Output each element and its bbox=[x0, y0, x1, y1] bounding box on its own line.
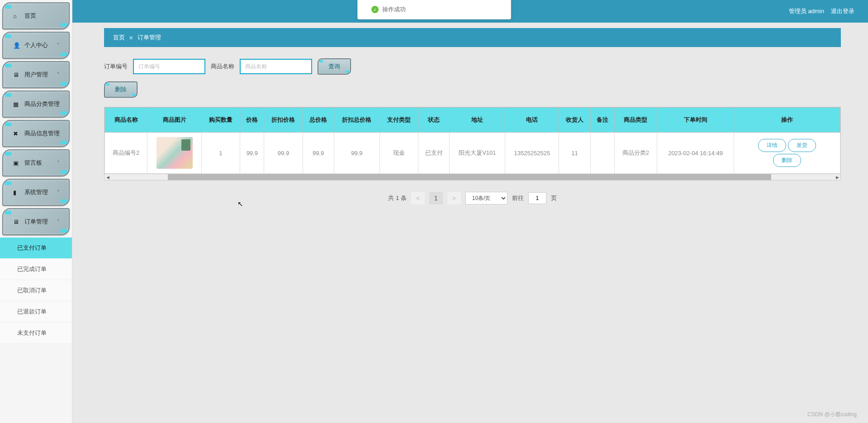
scroll-left-arrow[interactable]: ◀ bbox=[104, 174, 111, 181]
table-row: 商品编号2199.999.999.999.9现金已支付阳光大厦V10113525… bbox=[105, 133, 840, 174]
chevron-down-icon: ˅ bbox=[57, 72, 60, 78]
table-header: 状态 bbox=[418, 108, 450, 133]
nav-icon: ▮ bbox=[13, 189, 21, 196]
subnav-item-1[interactable]: 已完成订单 bbox=[0, 259, 72, 280]
nav-icon: 🖥 bbox=[13, 219, 21, 225]
table-cell: 已支付 bbox=[418, 133, 450, 174]
nav-label: 订单管理 bbox=[24, 218, 48, 226]
table-cell: 商品编号2 bbox=[105, 133, 147, 174]
order-no-input[interactable] bbox=[133, 59, 205, 74]
check-icon: ✓ bbox=[371, 6, 379, 13]
table-header: 收货人 bbox=[559, 108, 590, 133]
watermark: CSDN @小蔡coding bbox=[807, 411, 857, 418]
table-header: 支付类型 bbox=[380, 108, 418, 133]
success-toast: ✓ 操作成功 bbox=[357, 0, 511, 19]
breadcrumb: 首页 ≡ 订单管理 bbox=[104, 28, 841, 47]
orders-table: 商品名称商品图片购买数量价格折扣价格总价格折扣总价格支付类型状态地址电话收货人备… bbox=[104, 107, 840, 174]
table-header: 总价格 bbox=[303, 108, 334, 133]
table-cell: 99.9 bbox=[264, 133, 303, 174]
main-content: 首页 ≡ 订单管理 订单编号 商品名称 查询 删除 商品名称商品图片购买数量价格… bbox=[72, 23, 868, 423]
chevron-down-icon: ˅ bbox=[57, 131, 60, 137]
nav-icon: ▦ bbox=[13, 101, 21, 108]
table-cell: 13525252525 bbox=[505, 133, 559, 174]
table-cell bbox=[147, 133, 202, 174]
breadcrumb-sep: ≡ bbox=[129, 34, 133, 41]
ship-button[interactable]: 发货 bbox=[788, 139, 816, 152]
chevron-up-icon: ˄ bbox=[57, 219, 60, 225]
scroll-right-arrow[interactable]: ▶ bbox=[834, 174, 840, 181]
page-size-select[interactable]: 10条/页 bbox=[465, 192, 508, 204]
table-header: 备注 bbox=[590, 108, 614, 133]
nav-label: 商品信息管理 bbox=[24, 129, 60, 138]
scroll-thumb[interactable] bbox=[168, 174, 771, 180]
total-text: 共 1 条 bbox=[388, 194, 406, 202]
horizontal-scrollbar[interactable]: ◀ ▶ bbox=[104, 174, 840, 180]
chevron-down-icon: ˅ bbox=[57, 190, 60, 195]
table-cell: 详情发货删除 bbox=[734, 133, 840, 174]
sidebar-item-0[interactable]: ⌂首页 bbox=[2, 2, 70, 29]
order-no-label: 订单编号 bbox=[104, 62, 128, 71]
product-image bbox=[157, 137, 193, 169]
next-page-button[interactable]: > bbox=[447, 192, 461, 204]
nav-icon: 👤 bbox=[13, 42, 21, 49]
nav-icon: ▣ bbox=[13, 160, 21, 166]
table-cell: 阳光大厦V101 bbox=[450, 133, 505, 174]
nav-icon: ⌂ bbox=[13, 13, 21, 19]
subnav-item-0[interactable]: 已支付订单 bbox=[0, 238, 72, 259]
nav-label: 首页 bbox=[24, 12, 36, 20]
table-cell: 11 bbox=[559, 133, 590, 174]
nav-label: 用户管理 bbox=[24, 71, 48, 79]
table-header: 价格 bbox=[240, 108, 264, 133]
sidebar: ⌂首页👤个人中心˅🖥用户管理˅▦商品分类管理˅✖商品信息管理˅▣留言板˅▮系统管… bbox=[0, 0, 72, 423]
goto-suffix: 页 bbox=[551, 194, 557, 202]
nav-label: 商品分类管理 bbox=[24, 100, 60, 108]
table-header: 商品类型 bbox=[614, 108, 657, 133]
page-number-1[interactable]: 1 bbox=[429, 192, 443, 204]
table-header: 购买数量 bbox=[202, 108, 240, 133]
logout-link[interactable]: 退出登录 bbox=[831, 7, 854, 15]
nav-label: 个人中心 bbox=[24, 41, 48, 49]
product-name-input[interactable] bbox=[240, 59, 312, 74]
product-name-label: 商品名称 bbox=[211, 62, 234, 71]
query-button[interactable]: 查询 bbox=[318, 58, 351, 75]
sidebar-item-5[interactable]: ▣留言板˅ bbox=[2, 149, 70, 176]
table-cell bbox=[590, 133, 614, 174]
breadcrumb-home[interactable]: 首页 bbox=[113, 33, 125, 42]
nav-icon: ✖ bbox=[13, 130, 21, 137]
admin-name[interactable]: 管理员 admin bbox=[789, 7, 824, 15]
table-header: 折扣价格 bbox=[264, 108, 303, 133]
table-header: 下单时间 bbox=[657, 108, 734, 133]
subnav-item-2[interactable]: 已取消订单 bbox=[0, 280, 72, 301]
table-cell: 2023-02-04 16:14:49 bbox=[657, 133, 734, 174]
sidebar-item-2[interactable]: 🖥用户管理˅ bbox=[2, 61, 70, 88]
table-header: 折扣总价格 bbox=[334, 108, 379, 133]
sidebar-item-4[interactable]: ✖商品信息管理˅ bbox=[2, 120, 70, 147]
table-container: 商品名称商品图片购买数量价格折扣价格总价格折扣总价格支付类型状态地址电话收货人备… bbox=[104, 107, 841, 181]
delete-button[interactable]: 删除 bbox=[104, 81, 138, 98]
table-header: 电话 bbox=[505, 108, 559, 133]
search-bar: 订单编号 商品名称 查询 bbox=[104, 47, 841, 81]
table-cell: 99.9 bbox=[240, 133, 264, 174]
sidebar-item-6[interactable]: ▮系统管理˅ bbox=[2, 179, 70, 206]
sidebar-item-1[interactable]: 👤个人中心˅ bbox=[2, 32, 70, 59]
table-header: 商品图片 bbox=[147, 108, 202, 133]
chevron-down-icon: ˅ bbox=[57, 101, 60, 107]
row-delete-button[interactable]: 删除 bbox=[773, 154, 801, 167]
subnav-item-3[interactable]: 已退款订单 bbox=[0, 301, 72, 323]
goto-prefix: 前往 bbox=[512, 194, 524, 202]
table-cell: 99.9 bbox=[303, 133, 334, 174]
table-cell: 99.9 bbox=[334, 133, 379, 174]
chevron-down-icon: ˅ bbox=[57, 160, 60, 166]
sidebar-item-3[interactable]: ▦商品分类管理˅ bbox=[2, 90, 70, 118]
table-cell: 商品分类2 bbox=[614, 133, 657, 174]
toast-text: 操作成功 bbox=[382, 5, 406, 14]
nav-label: 系统管理 bbox=[24, 188, 48, 196]
chevron-down-icon: ˅ bbox=[57, 43, 60, 48]
sidebar-item-7[interactable]: 🖥订单管理˄ bbox=[2, 208, 70, 235]
subnav-item-4[interactable]: 未支付订单 bbox=[0, 323, 72, 344]
prev-page-button[interactable]: < bbox=[411, 192, 425, 204]
table-cell: 1 bbox=[202, 133, 240, 174]
detail-button[interactable]: 详情 bbox=[758, 139, 786, 152]
table-header: 操作 bbox=[734, 108, 840, 133]
goto-page-input[interactable] bbox=[528, 192, 546, 204]
